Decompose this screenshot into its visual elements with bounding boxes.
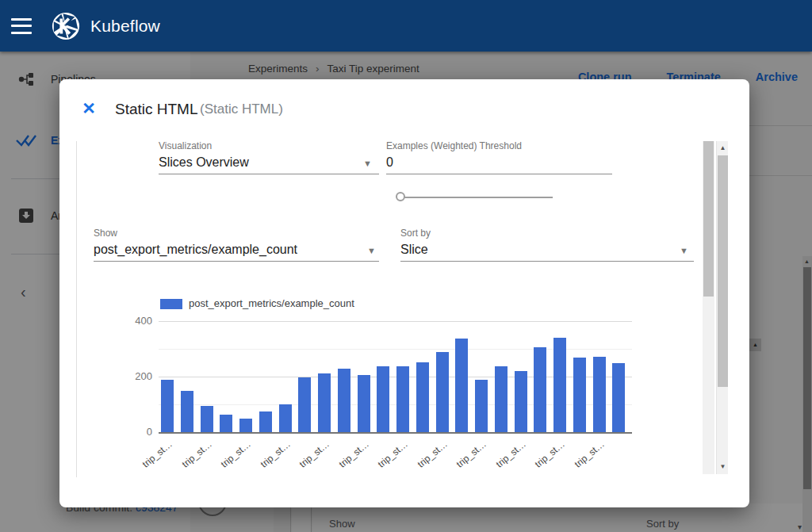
threshold-label: Examples (Weighted) Threshold [386, 140, 522, 151]
brand-title: Kubeflow [90, 17, 160, 36]
x-axis-tick: trip_st… [130, 438, 174, 479]
legend-label: post_export_metrics/example_count [189, 297, 354, 309]
x-axis-tick: trip_st… [444, 438, 488, 479]
x-axis-tick: trip_st… [366, 438, 410, 479]
scroll-down-icon[interactable]: ▼ [717, 463, 729, 470]
bar [220, 415, 232, 432]
bar [318, 373, 331, 432]
hamburger-menu-icon[interactable] [11, 18, 32, 34]
bar [515, 371, 527, 432]
chart-plot: 0200400trip_st…trip_st…trip_st…trip_st…t… [159, 313, 632, 440]
app-bar: Kubeflow [0, 0, 812, 52]
sort-by-select[interactable]: Slice [400, 243, 428, 257]
bar [455, 339, 468, 432]
legend-swatch [160, 299, 182, 309]
x-axis-tick: trip_st… [483, 438, 527, 479]
kubeflow-logo-icon [51, 11, 81, 41]
threshold-input[interactable]: 0 [386, 155, 393, 170]
bar [416, 362, 429, 432]
inner-scrollbar[interactable] [703, 141, 714, 474]
outer-scrollbar-thumb[interactable] [718, 155, 728, 387]
x-axis-tick: trip_st… [523, 438, 567, 479]
x-axis-tick: trip_st… [287, 438, 331, 479]
bar [377, 366, 389, 432]
close-icon[interactable]: ✕ [80, 100, 98, 117]
sort-by-caret-icon[interactable]: ▼ [680, 246, 688, 255]
y-axis-tick: 400 [121, 315, 152, 327]
x-axis-tick: trip_st… [326, 438, 370, 479]
bar [396, 366, 409, 432]
bar [495, 366, 508, 432]
show-label: Show [94, 228, 117, 239]
bar [239, 419, 252, 433]
bar [534, 347, 546, 432]
visualization-label: Visualization [159, 140, 212, 151]
bar [298, 377, 311, 432]
dialog-subtitle: (Static HTML) [200, 101, 283, 117]
bar [358, 375, 370, 432]
y-axis-tick: 0 [121, 426, 152, 438]
x-axis-line [159, 432, 632, 434]
bar [475, 380, 488, 432]
major-gridline [159, 321, 632, 322]
bar [279, 404, 292, 432]
show-select[interactable]: post_export_metrics/example_count [94, 243, 297, 257]
bar [161, 380, 174, 433]
x-axis-tick: trip_st… [209, 438, 253, 479]
bar [181, 391, 193, 432]
threshold-slider-handle[interactable] [396, 192, 405, 201]
sort-by-underline [400, 261, 694, 262]
sort-by-label: Sort by [400, 228, 431, 239]
visualization-select[interactable]: Slices Overview [159, 155, 249, 170]
threshold-underline [386, 174, 612, 174]
visualization-underline [159, 174, 379, 174]
y-axis-tick: 200 [121, 370, 152, 382]
content-left-border [76, 141, 77, 477]
dialog-title: Static HTML [115, 101, 198, 118]
scroll-up-icon[interactable]: ▲ [717, 144, 729, 151]
bar [259, 411, 272, 432]
x-axis-tick: trip_st… [404, 438, 449, 479]
x-axis-tick: trip_st… [247, 438, 292, 479]
visualization-caret-icon[interactable]: ▼ [363, 159, 372, 168]
x-axis-tick: trip_st… [561, 438, 606, 479]
threshold-slider-track[interactable] [399, 197, 553, 198]
static-html-dialog: ✕ Static HTML (Static HTML) Visualizatio… [59, 79, 749, 507]
bar [201, 406, 213, 432]
bar [338, 369, 350, 432]
show-caret-icon[interactable]: ▼ [367, 246, 376, 255]
show-underline [94, 261, 379, 262]
bar [573, 358, 586, 433]
inner-scrollbar-thumb[interactable] [703, 141, 714, 297]
bar [553, 338, 566, 432]
bar [593, 357, 606, 432]
bar [436, 352, 449, 433]
bar [612, 363, 625, 433]
x-axis-tick: trip_st… [169, 438, 213, 479]
outer-scrollbar[interactable]: ▲ ▼ [716, 141, 728, 474]
